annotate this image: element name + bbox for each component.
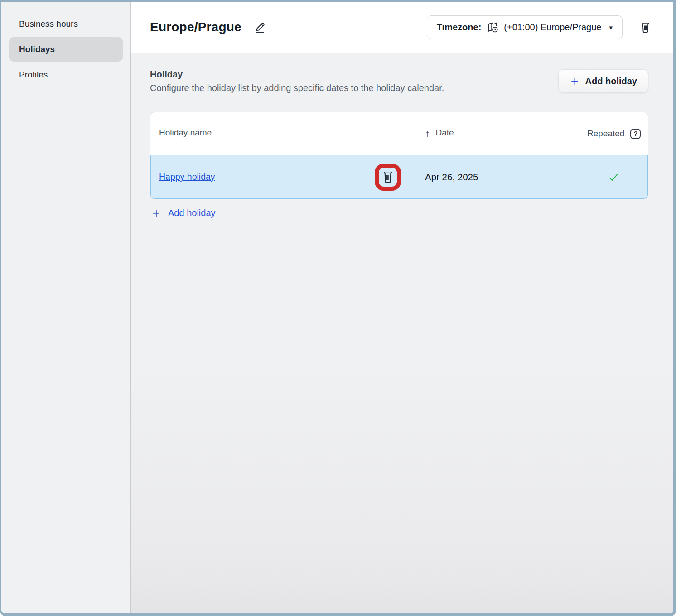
- header-actions: Timezone: (+01:00) Europe/Prague ▾: [427, 15, 652, 39]
- table-row[interactable]: Happy holiday: [150, 155, 648, 199]
- timezone-label: Timezone:: [437, 22, 482, 33]
- chevron-down-icon: ▾: [609, 24, 613, 31]
- add-holiday-link[interactable]: Add holiday: [168, 208, 216, 218]
- holiday-name-sort-label[interactable]: Holiday name: [159, 128, 212, 140]
- table-header-row: Holiday name ↑ Date Repeated ?: [150, 112, 648, 155]
- main-area: Europe/Prague Timezone:: [131, 2, 673, 613]
- sidebar: Business hours Holidays Profiles: [1, 2, 131, 613]
- map-clock-icon: [486, 21, 499, 34]
- column-header-holiday-name: Holiday name: [150, 112, 412, 155]
- help-icon[interactable]: ?: [630, 129, 641, 139]
- holiday-section-title: Holiday: [150, 69, 444, 80]
- repeated-label: Repeated: [587, 129, 624, 139]
- page-title: Europe/Prague: [150, 20, 241, 34]
- trash-icon: [381, 170, 395, 184]
- delete-schedule-button[interactable]: [639, 21, 652, 34]
- plus-icon: [151, 208, 161, 218]
- holiday-section-description: Configure the holiday list by adding spe…: [150, 83, 444, 93]
- timezone-dropdown[interactable]: Timezone: (+01:00) Europe/Prague ▾: [427, 15, 623, 39]
- annotation-highlight: [375, 164, 401, 191]
- sidebar-item-holidays[interactable]: Holidays: [9, 37, 123, 62]
- app-window: Business hours Holidays Profiles Europe/…: [0, 0, 676, 616]
- holiday-name-link[interactable]: Happy holiday: [159, 172, 215, 182]
- holidays-content: Holiday Configure the holiday list by ad…: [131, 53, 673, 613]
- holiday-date-cell: Apr 26, 2025: [412, 155, 579, 199]
- add-holiday-button-label: Add holiday: [585, 76, 637, 87]
- add-holiday-button[interactable]: Add holiday: [558, 69, 648, 93]
- plus-icon: [570, 76, 580, 87]
- holiday-section-header: Holiday Configure the holiday list by ad…: [150, 69, 648, 93]
- holiday-name-cell: Happy holiday: [150, 155, 412, 199]
- delete-holiday-button[interactable]: [381, 170, 395, 184]
- trash-icon: [639, 21, 652, 34]
- sidebar-item-business-hours[interactable]: Business hours: [9, 12, 123, 36]
- column-header-repeated: Repeated ?: [579, 112, 648, 155]
- column-header-date: ↑ Date: [412, 112, 579, 155]
- add-holiday-link-row: Add holiday: [150, 208, 648, 218]
- pencil-icon: [253, 20, 267, 34]
- sort-ascending-icon[interactable]: ↑: [425, 128, 430, 139]
- holiday-repeated-cell: [579, 155, 648, 199]
- holiday-section-text: Holiday Configure the holiday list by ad…: [150, 69, 444, 93]
- timezone-value: (+01:00) Europe/Prague: [504, 22, 601, 33]
- header-bar: Europe/Prague Timezone:: [131, 2, 673, 53]
- holiday-table: Holiday name ↑ Date Repeated ? Happy hol…: [150, 112, 648, 199]
- date-sort-label[interactable]: Date: [436, 128, 454, 140]
- sidebar-item-profiles[interactable]: Profiles: [9, 63, 123, 87]
- check-icon: [607, 170, 620, 184]
- edit-title-button[interactable]: [253, 20, 267, 34]
